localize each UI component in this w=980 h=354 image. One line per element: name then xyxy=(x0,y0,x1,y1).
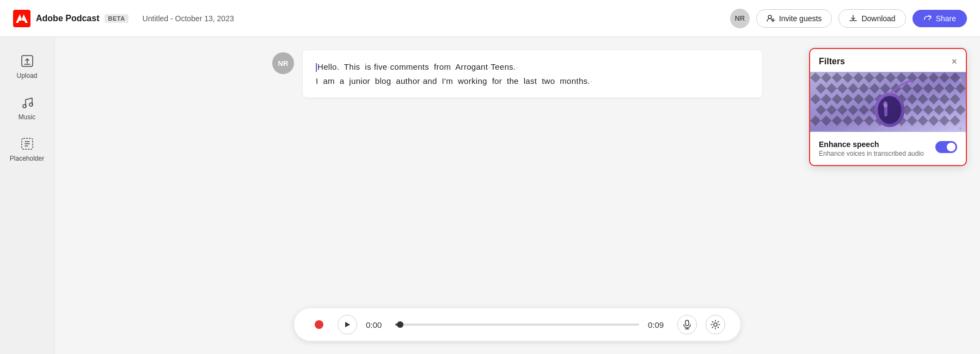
placeholder-icon xyxy=(20,136,35,151)
app-name: Adobe Podcast xyxy=(36,14,99,23)
filter-background-svg xyxy=(810,72,966,132)
svg-point-12 xyxy=(883,101,887,108)
mic-button[interactable] xyxy=(677,315,697,334)
scroll-down-icon[interactable]: ▼ xyxy=(958,126,963,132)
svg-point-16 xyxy=(714,323,717,326)
enhance-speech-toggle[interactable] xyxy=(935,141,957,153)
play-icon xyxy=(344,321,351,328)
download-button[interactable]: Download xyxy=(838,9,905,28)
header-left: Adobe Podcast BETA Untitled - October 13… xyxy=(13,10,234,27)
svg-rect-13 xyxy=(685,320,689,326)
filters-panel: Filters × xyxy=(809,48,967,166)
cursor-bar xyxy=(316,63,317,72)
music-label: Music xyxy=(19,113,35,121)
time-end: 0:09 xyxy=(648,320,669,329)
invite-label: Invite guests xyxy=(779,14,822,23)
gear-icon xyxy=(710,320,720,329)
invite-guests-button[interactable]: Invite guests xyxy=(756,9,832,28)
transcript-line-2: I am a junior blog author·and I'm workin… xyxy=(316,74,749,88)
filters-title: Filters xyxy=(819,57,845,66)
app-header: Adobe Podcast BETA Untitled - October 13… xyxy=(0,0,980,37)
share-button[interactable]: Share xyxy=(912,10,967,27)
filter-description: Enhance voices in transcribed audio xyxy=(819,150,929,157)
placeholder-label: Placeholder xyxy=(10,155,44,162)
speaker-avatar: NR xyxy=(272,52,294,74)
sidebar-item-music[interactable]: Music xyxy=(5,89,49,126)
scroll-indicators: ▲ ▼ xyxy=(958,76,963,132)
close-filters-button[interactable]: × xyxy=(951,57,957,66)
main-layout: Upload Music Placeholder xyxy=(0,37,980,354)
download-label: Download xyxy=(861,14,895,23)
sidebar-item-placeholder[interactable]: Placeholder xyxy=(5,131,49,168)
progress-thumb[interactable] xyxy=(397,321,403,328)
record-button[interactable] xyxy=(309,315,329,334)
play-button[interactable] xyxy=(338,315,357,334)
player-bar: 0:00 0:09 xyxy=(294,308,740,341)
adobe-logo-icon xyxy=(13,10,30,27)
settings-button[interactable] xyxy=(706,315,725,334)
svg-rect-0 xyxy=(13,10,30,27)
mic-icon xyxy=(682,320,692,329)
scroll-up-icon[interactable]: ▲ xyxy=(958,76,963,82)
share-icon xyxy=(923,14,932,23)
person-add-icon xyxy=(767,14,775,23)
filter-info: Enhance speech Enhance voices in transcr… xyxy=(819,140,929,157)
sidebar-item-upload[interactable]: Upload xyxy=(5,48,49,85)
sidebar: Upload Music Placeholder xyxy=(0,37,54,354)
beta-badge: BETA xyxy=(105,14,128,23)
music-icon xyxy=(20,95,35,110)
upload-label: Upload xyxy=(16,72,37,80)
share-label: Share xyxy=(936,14,956,23)
toggle-knob xyxy=(947,143,955,151)
document-title: Untitled - October 13, 2023 xyxy=(143,14,234,23)
progress-track[interactable] xyxy=(395,324,639,326)
upload-icon xyxy=(20,53,35,69)
enhance-speech-filter: Enhance speech Enhance voices in transcr… xyxy=(810,132,966,165)
filter-name: Enhance speech xyxy=(819,140,929,149)
filter-image xyxy=(810,72,966,132)
time-current: 0:00 xyxy=(366,320,387,329)
header-right: NR Invite guests Download Share xyxy=(730,9,967,28)
content-area: NR Hello. This is·five·comments from Arr… xyxy=(54,37,980,354)
user-avatar: NR xyxy=(730,9,750,28)
svg-point-1 xyxy=(768,15,771,19)
download-icon xyxy=(849,14,857,23)
filters-header: Filters × xyxy=(810,49,966,72)
transcript-block: NR Hello. This is·five·comments from Arr… xyxy=(272,50,762,97)
record-dot-icon xyxy=(315,320,323,329)
transcript-line-1: Hello. This is·five·comments from Arroga… xyxy=(316,60,749,74)
transcript-text-box[interactable]: Hello. This is·five·comments from Arroga… xyxy=(303,50,762,97)
svg-point-10 xyxy=(878,96,901,124)
